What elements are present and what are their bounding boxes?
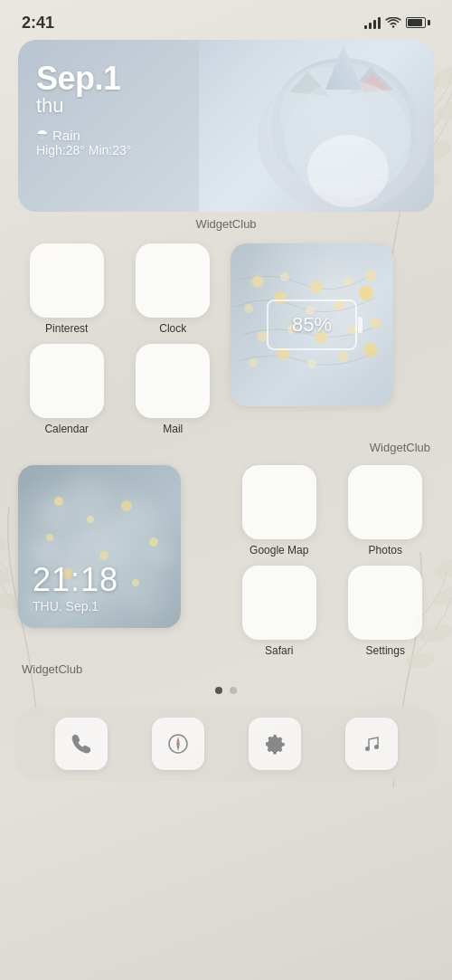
battery-percent: 85% — [292, 313, 332, 337]
dock-compass[interactable] — [152, 718, 204, 770]
status-time: 2:41 — [22, 14, 54, 33]
dock — [14, 707, 438, 781]
svg-point-23 — [365, 271, 376, 281]
page-indicator — [18, 687, 434, 694]
svg-point-52 — [99, 551, 108, 560]
svg-point-34 — [249, 358, 258, 367]
app-pinterest[interactable]: Pinterest — [18, 243, 116, 335]
calendar-label: Calendar — [44, 423, 89, 435]
mail-label: Mail — [163, 423, 183, 435]
weather-condition: Rain — [52, 128, 80, 143]
dock-settings-gear[interactable] — [249, 718, 301, 770]
weather-widget[interactable]: Sep.1 thu ☂ Rain High:28° Min:23° — [18, 40, 434, 212]
safari-label: Safari — [265, 644, 293, 657]
page-dot-1 — [215, 687, 222, 694]
svg-point-37 — [338, 351, 349, 362]
svg-point-44 — [144, 541, 173, 570]
svg-point-55 — [132, 579, 139, 586]
widget-date: Sep.1 — [36, 60, 131, 98]
svg-point-40 — [63, 474, 108, 519]
status-bar: 2:41 — [0, 0, 452, 40]
svg-point-50 — [121, 500, 132, 511]
widgetclub-label-top: WidgetClub — [18, 217, 434, 231]
svg-point-18 — [307, 135, 389, 207]
widgetclub-label-3: WidgetClub — [18, 662, 434, 676]
svg-point-53 — [149, 538, 158, 547]
clock-time-display: 21:18 — [33, 561, 118, 599]
widgetclub-label-2: WidgetClub — [18, 441, 434, 454]
svg-point-28 — [359, 286, 373, 300]
svg-point-60 — [365, 747, 370, 751]
clock-label: Clock — [159, 322, 186, 335]
widget-temp: High:28° Min:23° — [36, 143, 131, 157]
page-dot-2 — [230, 687, 237, 694]
app-safari[interactable]: Safari — [231, 566, 328, 657]
app-google-map[interactable]: Google Map — [231, 465, 328, 557]
svg-point-46 — [122, 574, 167, 619]
app-mail[interactable]: Mail — [125, 344, 222, 435]
signal-icon — [364, 17, 381, 29]
svg-point-24 — [244, 304, 253, 313]
battery-icon — [406, 17, 430, 28]
google-map-icon — [242, 465, 316, 539]
main-content: Sep.1 thu ☂ Rain High:28° Min:23° — [0, 40, 452, 694]
svg-point-59 — [176, 743, 179, 746]
photos-label: Photos — [369, 544, 402, 557]
settings-label: Settings — [366, 644, 405, 657]
settings-icon — [348, 566, 422, 640]
svg-point-43 — [89, 518, 128, 557]
pinterest-label: Pinterest — [45, 322, 88, 335]
clock-date-display: THU. Sep.1 — [33, 599, 99, 614]
pinterest-icon — [30, 243, 104, 318]
calendar-icon — [30, 344, 104, 418]
svg-point-49 — [87, 516, 94, 523]
weather-widget-text: Sep.1 thu ☂ Rain High:28° Min:23° — [36, 60, 131, 157]
photos-icon — [348, 465, 422, 539]
safari-icon — [242, 566, 316, 640]
clock-app-icon — [136, 243, 210, 318]
mail-icon — [136, 344, 210, 418]
clock-widget[interactable]: 21:18 THU. Sep.1 — [18, 465, 181, 628]
google-map-label: Google Map — [250, 544, 308, 557]
svg-point-21 — [310, 281, 323, 293]
app-settings[interactable]: Settings — [337, 566, 435, 657]
status-icons — [364, 17, 430, 29]
svg-point-48 — [54, 497, 63, 506]
svg-point-61 — [374, 745, 379, 749]
wifi-icon — [385, 17, 401, 29]
battery-widget[interactable]: 85% — [231, 243, 393, 406]
app-calendar[interactable]: Calendar — [18, 344, 116, 435]
svg-point-51 — [46, 534, 53, 541]
svg-point-33 — [370, 318, 381, 328]
dock-phone[interactable] — [55, 718, 108, 770]
cat-image — [199, 40, 434, 212]
app-clock[interactable]: Clock — [125, 243, 222, 335]
dock-music[interactable] — [345, 718, 398, 770]
svg-point-38 — [363, 343, 378, 357]
svg-point-19 — [252, 276, 263, 287]
svg-point-22 — [344, 277, 353, 286]
umbrella-icon: ☂ — [36, 127, 48, 143]
svg-point-20 — [280, 272, 289, 281]
svg-point-36 — [307, 359, 316, 368]
widget-weather: ☂ Rain — [36, 127, 131, 143]
app-photos[interactable]: Photos — [337, 465, 435, 557]
